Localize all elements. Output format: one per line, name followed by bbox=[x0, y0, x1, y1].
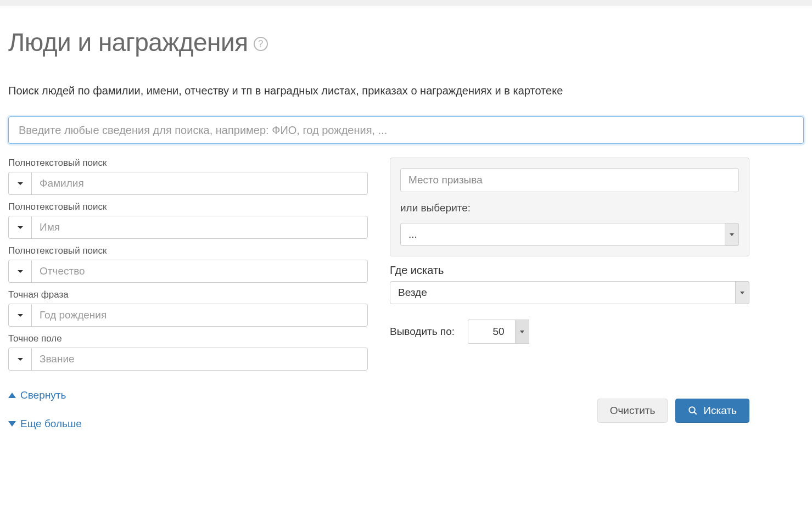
per-page-value: 50 bbox=[493, 326, 505, 338]
caret-down-icon bbox=[18, 314, 23, 317]
input-row bbox=[8, 216, 368, 239]
clear-button[interactable]: Очистить bbox=[597, 399, 668, 423]
field-label: Полнотекстовый поиск bbox=[8, 158, 368, 169]
field-patronymic-group: Полнотекстовый поиск bbox=[8, 245, 368, 283]
rank-input[interactable] bbox=[31, 348, 368, 371]
place-select-value: ... bbox=[408, 228, 417, 240]
per-page-select[interactable]: 50 bbox=[468, 320, 529, 344]
firstname-input[interactable] bbox=[31, 216, 368, 239]
place-select-wrapper: ... bbox=[400, 223, 739, 246]
search-button[interactable]: Искать bbox=[675, 399, 749, 423]
field-label: Точное поле bbox=[8, 333, 368, 344]
per-page-select-wrapper: 50 bbox=[468, 320, 529, 344]
more-label: Еще больше bbox=[20, 418, 82, 430]
search-icon bbox=[688, 406, 698, 416]
page-title: Люди и награждения bbox=[8, 27, 248, 57]
caret-down-icon bbox=[18, 270, 23, 273]
input-row bbox=[8, 172, 368, 195]
field-lastname-group: Полнотекстовый поиск bbox=[8, 158, 368, 195]
form-columns: Полнотекстовый поиск Полнотекстовый поис… bbox=[8, 158, 804, 446]
where-select-value: Везде bbox=[398, 287, 427, 299]
left-column: Полнотекстовый поиск Полнотекстовый поис… bbox=[8, 158, 368, 446]
field-firstname-group: Полнотекстовый поиск bbox=[8, 201, 368, 239]
help-icon[interactable]: ? bbox=[254, 37, 268, 51]
input-row bbox=[8, 348, 368, 371]
toggle-links: Свернуть Еще больше bbox=[8, 389, 368, 430]
input-row bbox=[8, 260, 368, 283]
page-description: Поиск людей по фамилии, имени, отчеству … bbox=[8, 85, 804, 97]
input-row bbox=[8, 304, 368, 327]
or-select-label: или выберите: bbox=[400, 202, 739, 214]
field-label: Полнотекстовый поиск bbox=[8, 201, 368, 212]
per-page-label: Выводить по: bbox=[390, 326, 455, 338]
search-button-label: Искать bbox=[703, 405, 737, 417]
field-label: Точная фраза bbox=[8, 289, 368, 300]
field-label: Полнотекстовый поиск bbox=[8, 245, 368, 256]
collapse-link[interactable]: Свернуть bbox=[8, 389, 368, 401]
svg-line-1 bbox=[695, 412, 697, 415]
page-container: Люди и награждения ? Поиск людей по фами… bbox=[0, 5, 812, 463]
where-search-label: Где искать bbox=[390, 264, 749, 277]
field-birthyear-group: Точная фраза bbox=[8, 289, 368, 327]
triangle-down-icon bbox=[8, 421, 16, 427]
search-mode-dropdown[interactable] bbox=[8, 348, 31, 371]
search-mode-dropdown[interactable] bbox=[8, 304, 31, 327]
birthyear-input[interactable] bbox=[31, 304, 368, 327]
triangle-up-icon bbox=[8, 393, 16, 398]
lastname-input[interactable] bbox=[31, 172, 368, 195]
place-select[interactable]: ... bbox=[400, 223, 739, 246]
collapse-label: Свернуть bbox=[20, 389, 66, 401]
more-link[interactable]: Еще больше bbox=[8, 418, 368, 430]
search-mode-dropdown[interactable] bbox=[8, 172, 31, 195]
caret-down-icon bbox=[18, 358, 23, 361]
clear-button-label: Очистить bbox=[610, 405, 656, 417]
search-mode-dropdown[interactable] bbox=[8, 216, 31, 239]
field-rank-group: Точное поле bbox=[8, 333, 368, 371]
place-input[interactable] bbox=[400, 168, 739, 192]
caret-down-icon bbox=[18, 182, 23, 185]
place-panel: или выберите: ... bbox=[390, 158, 749, 256]
top-bar bbox=[0, 0, 812, 5]
where-select-wrapper: Везде bbox=[390, 281, 749, 304]
right-column: или выберите: ... Где искать Везде bbox=[390, 158, 749, 446]
page-title-row: Люди и награждения ? bbox=[8, 27, 804, 57]
search-mode-dropdown[interactable] bbox=[8, 260, 31, 283]
patronymic-input[interactable] bbox=[31, 260, 368, 283]
action-buttons: Очистить Искать bbox=[390, 399, 749, 423]
caret-down-icon bbox=[18, 226, 23, 229]
main-search-input[interactable] bbox=[8, 116, 804, 144]
where-select[interactable]: Везде bbox=[390, 281, 749, 304]
svg-point-0 bbox=[690, 407, 696, 413]
per-page-row: Выводить по: 50 bbox=[390, 320, 749, 344]
